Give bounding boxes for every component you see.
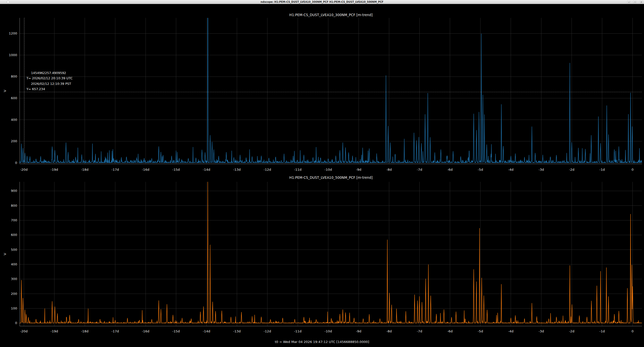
y-tick-label: 400 <box>11 118 17 122</box>
x-tick-label: -20d <box>20 168 28 171</box>
x-tick-label: -10d <box>324 329 332 333</box>
y-tick-label: 300 <box>11 277 17 281</box>
x-tick-label: -19d <box>51 168 58 171</box>
x-tick-label: -17d <box>111 168 119 171</box>
plot-500nm-trace <box>20 181 642 323</box>
x-tick-label: -15d <box>172 329 180 333</box>
t0-status: t0 = Wed Mar 04 2026 19:47:12 UTC [14566… <box>0 339 644 345</box>
x-tick-label: 0 <box>631 168 633 171</box>
maximize-button[interactable] <box>633 0 636 4</box>
x-tick-label: -7d <box>417 168 422 171</box>
crosshair-annotation-line: T= 2026/02/12 20:10:39 UTC <box>26 76 73 80</box>
x-tick-label: -1d <box>599 329 605 333</box>
x-tick-label: -9d <box>356 168 361 171</box>
plot-300nm-trace <box>20 0 642 163</box>
x-tick-label: -2d <box>569 329 574 333</box>
x-tick-label: -9d <box>356 329 361 333</box>
x-tick-label: -18d <box>81 329 89 333</box>
x-tick-label: -14d <box>203 329 210 333</box>
plot-300nm[interactable]: -20d-19d-18d-17d-16d-15d-14d-13d-12d-11d… <box>3 0 642 171</box>
x-tick-label: -1d <box>599 168 605 171</box>
minimize-button[interactable] <box>627 0 630 4</box>
plots-canvas[interactable]: -20d-19d-18d-17d-16d-15d-14d-13d-12d-11d… <box>0 0 644 347</box>
x-tick-label: -17d <box>111 329 119 333</box>
y-tick-label: 200 <box>11 292 17 296</box>
chevron-down-icon <box>628 1 630 3</box>
crosshair-annotation-line: Y= 657.234 <box>26 87 45 91</box>
x-tick-label: -3d <box>539 329 544 333</box>
y-tick-label: 800 <box>11 75 17 78</box>
plot-300nm-title: H1:PEM-CS_DUST_LVEA10_300NM_PCF [m-trend… <box>289 13 373 17</box>
y-tick-label: 0 <box>15 161 17 165</box>
y-tick-label: 1200 <box>9 31 17 35</box>
x-tick-label: -20d <box>20 329 28 333</box>
crosshair: 1454962257.4909592T= 2026/02/12 20:10:39… <box>20 18 642 164</box>
x-tick-label: -15d <box>172 168 180 171</box>
window-title: ndscope: H1:PEM-CS_DUST_LVEA10_300NM_PCF… <box>0 0 644 4</box>
x-tick-label: -5d <box>478 329 483 333</box>
y-tick-label: 1000 <box>9 53 17 57</box>
y-tick-label: 900 <box>11 189 17 193</box>
y-tick-label: 600 <box>11 96 17 100</box>
plot-300nm-axes: -20d-19d-18d-17d-16d-15d-14d-13d-12d-11d… <box>9 18 642 171</box>
x-tick-label: -11d <box>294 168 302 171</box>
x-tick-label: -6d <box>447 168 453 171</box>
plot-500nm-grid <box>20 182 642 326</box>
crosshair-annotation-line: 2026/02/12 12:10:39 PST <box>31 82 71 86</box>
plot-500nm[interactable]: -20d-19d-18d-17d-16d-15d-14d-13d-12d-11d… <box>3 176 642 333</box>
y-tick-label: 600 <box>11 233 17 237</box>
x-tick-label: -5d <box>478 168 483 171</box>
y-tick-label: 700 <box>11 218 17 222</box>
plot-500nm-title: H1:PEM-CS_DUST_LVEA10_500NM_PCF [m-trend… <box>289 176 373 180</box>
x-tick-label: -3d <box>539 168 544 171</box>
x-tick-label: -8d <box>386 168 392 171</box>
x-tick-label: -14d <box>203 168 210 171</box>
crosshair-annotation-line: 1454962257.4909592 <box>31 71 66 75</box>
close-button[interactable] <box>639 0 643 4</box>
y-tick-label: 0 <box>15 321 17 325</box>
x-tick-label: -4d <box>508 329 513 333</box>
x-tick-label: -10d <box>324 168 332 171</box>
window-menu-button[interactable] <box>7 1 10 4</box>
close-icon <box>640 1 642 3</box>
x-tick-label: -16d <box>142 329 149 333</box>
y-tick-label: 100 <box>11 306 17 310</box>
x-tick-label: -13d <box>233 168 241 171</box>
x-tick-label: -12d <box>264 168 271 171</box>
x-tick-label: -4d <box>508 168 513 171</box>
x-tick-label: -18d <box>81 168 89 171</box>
x-tick-label: -19d <box>51 329 58 333</box>
x-tick-label: -13d <box>233 329 241 333</box>
x-tick-label: -11d <box>294 329 302 333</box>
plot-300nm-ylabel: V <box>3 90 7 92</box>
y-tick-label: 800 <box>11 204 17 207</box>
plot-500nm-axes: -20d-19d-18d-17d-16d-15d-14d-13d-12d-11d… <box>11 182 642 333</box>
titlebar: ndscope: H1:PEM-CS_DUST_LVEA10_300NM_PCF… <box>0 0 644 4</box>
x-tick-label: 0 <box>631 329 633 333</box>
x-tick-label: -2d <box>569 168 574 171</box>
y-tick-label: 500 <box>11 248 17 252</box>
plot-500nm-ylabel: V <box>3 253 7 255</box>
y-tick-label: 400 <box>11 262 17 266</box>
chevron-up-icon <box>634 1 636 3</box>
plot-300nm-grid <box>20 18 642 164</box>
x-tick-label: -7d <box>417 329 422 333</box>
y-tick-label: 200 <box>11 139 17 143</box>
x-tick-label: -8d <box>386 329 392 333</box>
ndscope-window: -20d-19d-18d-17d-16d-15d-14d-13d-12d-11d… <box>0 0 644 347</box>
x-tick-label: -12d <box>264 329 271 333</box>
x-tick-label: -6d <box>447 329 453 333</box>
x-tick-label: -16d <box>142 168 149 171</box>
